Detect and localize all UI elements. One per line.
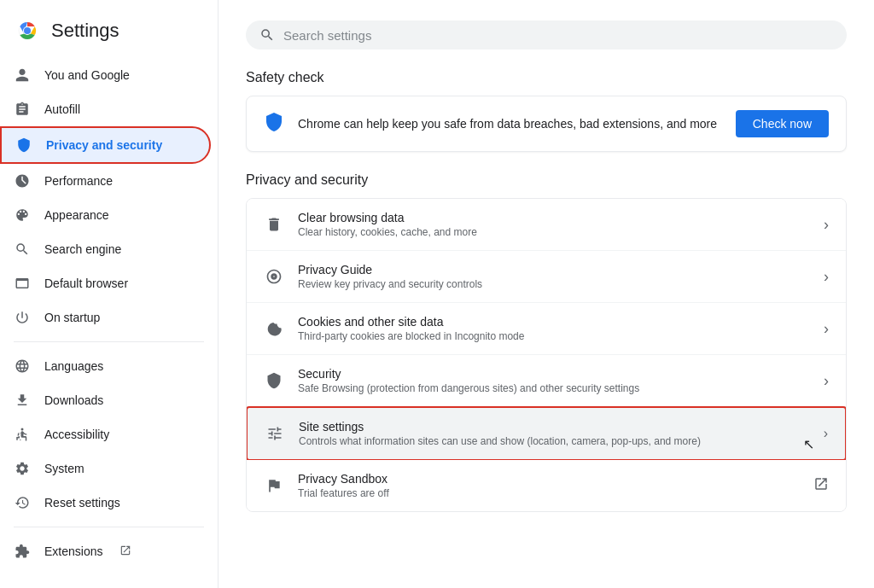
sidebar-title: Settings: [51, 20, 119, 42]
svg-point-2: [24, 27, 31, 34]
sidebar-item-you-and-google[interactable]: You and Google: [0, 58, 211, 92]
settings-item-text: Security Safe Browsing (protection from …: [298, 367, 810, 394]
settings-item-security[interactable]: Security Safe Browsing (protection from …: [247, 355, 846, 407]
external-link-icon: [119, 544, 131, 559]
sidebar-item-label: Default browser: [44, 277, 128, 290]
shield-icon: [15, 137, 32, 154]
settings-item-title: Cookies and other site data: [298, 315, 810, 329]
search-icon: [259, 27, 275, 43]
sidebar-item-languages[interactable]: Languages: [0, 349, 211, 383]
sidebar-item-appearance[interactable]: Appearance: [0, 198, 211, 232]
sidebar-item-label: Privacy and security: [46, 138, 162, 152]
sidebar-item-label: On startup: [44, 311, 100, 324]
settings-item-text: Privacy Guide Review key privacy and sec…: [298, 263, 810, 290]
sidebar-item-label: Extensions: [44, 544, 102, 558]
sidebar-item-system[interactable]: System: [0, 451, 211, 486]
settings-item-text: Clear browsing data Clear history, cooki…: [298, 211, 810, 238]
sidebar-item-label: You and Google: [44, 68, 130, 82]
arrow-icon: ›: [824, 216, 829, 234]
arrow-icon: ›: [824, 372, 829, 390]
sidebar-item-autofill[interactable]: Autofill: [0, 92, 211, 126]
sidebar-item-reset-settings[interactable]: Reset settings: [0, 486, 211, 520]
arrow-icon: ›: [824, 268, 829, 286]
person-icon: [14, 67, 31, 84]
settings-item-cookies[interactable]: Cookies and other site data Third-party …: [247, 303, 846, 355]
settings-item-title: Site settings: [299, 420, 810, 434]
settings-item-text: Privacy Sandbox Trial features are off: [298, 472, 800, 499]
target-icon: [264, 266, 284, 287]
safety-check-card: Chrome can help keep you safe from data …: [246, 96, 847, 152]
history-icon: [14, 494, 31, 511]
browser-icon: [14, 275, 31, 292]
main-content: Safety check Chrome can help keep you sa…: [218, 0, 874, 588]
speed-icon: [14, 172, 31, 189]
settings-item-clear-browsing-data[interactable]: Clear browsing data Clear history, cooki…: [247, 199, 846, 251]
sidebar-header: Settings: [0, 7, 218, 58]
sidebar-item-accessibility[interactable]: Accessibility: [0, 417, 211, 451]
arrow-icon: ›: [824, 426, 828, 441]
extension-icon: [14, 543, 31, 560]
search-icon: [14, 241, 31, 258]
settings-item-desc: Clear history, cookies, cache, and more: [298, 226, 810, 238]
sidebar-item-label: Downloads: [44, 393, 103, 407]
sidebar-item-label: Reset settings: [44, 496, 120, 509]
arrow-icon: ›: [824, 320, 829, 338]
sidebar-item-search-engine[interactable]: Search engine: [0, 232, 211, 266]
settings-item-desc: Safe Browsing (protection from dangerous…: [298, 382, 810, 394]
settings-item-desc: Trial features are off: [298, 487, 800, 499]
delete-icon: [264, 214, 284, 235]
sidebar-item-label: Languages: [44, 359, 103, 373]
language-icon: [14, 358, 31, 375]
sidebar-divider-2: [14, 527, 204, 527]
sidebar-item-label: Appearance: [44, 208, 109, 222]
settings-icon: [14, 460, 31, 477]
sidebar-item-label: System: [44, 462, 84, 475]
sidebar-item-extensions[interactable]: Extensions: [0, 534, 211, 568]
settings-item-title: Security: [298, 367, 810, 381]
shield-small-icon: [264, 370, 284, 391]
settings-item-text: Cookies and other site data Third-party …: [298, 315, 810, 342]
settings-item-desc: Third-party cookies are blocked in Incog…: [298, 330, 810, 342]
search-input[interactable]: [283, 28, 833, 43]
sidebar: Settings You and Google Autofill Privacy…: [0, 0, 218, 588]
settings-item-text: Site settings Controls what information …: [299, 420, 810, 447]
sidebar-item-label: Accessibility: [44, 428, 109, 441]
cookie-icon: [264, 318, 284, 339]
sidebar-item-label: Performance: [44, 174, 113, 188]
sidebar-item-downloads[interactable]: Downloads: [0, 383, 211, 417]
external-arrow-icon: [813, 476, 829, 495]
sliders-icon: [265, 423, 285, 444]
settings-item-privacy-guide[interactable]: Privacy Guide Review key privacy and sec…: [247, 251, 846, 303]
search-bar[interactable]: [246, 20, 847, 49]
safety-check-message: Chrome can help keep you safe from data …: [298, 117, 722, 131]
privacy-settings-list: Clear browsing data Clear history, cooki…: [246, 198, 847, 512]
sidebar-divider: [14, 341, 204, 342]
download-icon: [14, 392, 31, 409]
sidebar-item-label: Search engine: [44, 242, 121, 256]
sidebar-item-privacy-and-security[interactable]: Privacy and security: [0, 126, 211, 164]
settings-item-title: Privacy Sandbox: [298, 472, 800, 486]
safety-check-title: Safety check: [246, 70, 847, 85]
privacy-section-title: Privacy and security: [246, 172, 847, 188]
sidebar-item-performance[interactable]: Performance: [0, 164, 211, 198]
safety-shield-icon: [264, 112, 284, 137]
sidebar-item-label: Autofill: [44, 102, 80, 116]
sidebar-item-default-browser[interactable]: Default browser: [0, 266, 211, 300]
settings-item-desc: Review key privacy and security controls: [298, 278, 810, 290]
settings-item-privacy-sandbox[interactable]: Privacy Sandbox Trial features are off: [247, 460, 846, 511]
assignment-icon: [14, 101, 31, 118]
settings-item-title: Clear browsing data: [298, 211, 810, 224]
flag-icon: [264, 475, 284, 496]
accessibility-icon: [14, 426, 31, 443]
svg-point-3: [21, 428, 24, 431]
palette-icon: [14, 207, 31, 224]
check-now-button[interactable]: Check now: [736, 110, 829, 137]
sidebar-navigation: You and Google Autofill Privacy and secu…: [0, 58, 218, 588]
settings-item-title: Privacy Guide: [298, 263, 810, 277]
sidebar-item-on-startup[interactable]: On startup: [0, 300, 211, 335]
settings-item-site-settings[interactable]: Site settings Controls what information …: [246, 406, 847, 461]
cursor-icon: ↖: [803, 436, 814, 452]
chrome-logo-icon: [14, 17, 41, 44]
power-icon: [14, 309, 31, 326]
settings-item-desc: Controls what information sites can use …: [299, 435, 810, 447]
